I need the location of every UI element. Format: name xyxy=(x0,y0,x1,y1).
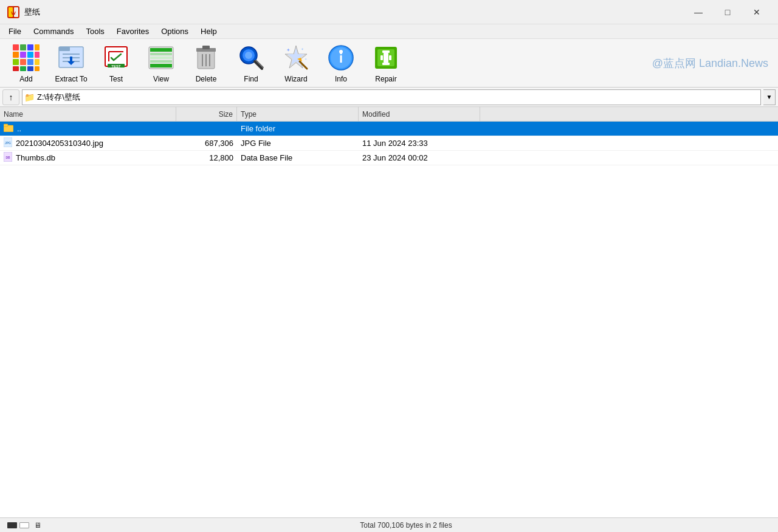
file-type-icon xyxy=(4,123,13,134)
close-button[interactable]: ✕ xyxy=(743,3,771,21)
address-input[interactable] xyxy=(22,89,761,105)
column-modified-header[interactable]: Modified xyxy=(359,107,480,121)
up-directory-button[interactable]: ↑ xyxy=(2,89,19,105)
svg-rect-63 xyxy=(384,53,388,63)
file-name-cell: .. xyxy=(0,122,176,136)
column-headers: Name Size Type Modified xyxy=(0,107,778,122)
address-dropdown-button[interactable]: ▼ xyxy=(763,89,776,105)
table-row[interactable]: DB Thumbs.db 12,800 Data Base File 23 Ju… xyxy=(0,151,778,165)
find-button[interactable]: Find xyxy=(230,42,272,85)
svg-rect-21 xyxy=(59,47,70,51)
status-icon-3: 🖥 xyxy=(34,521,41,530)
info-icon: i xyxy=(326,43,356,72)
svg-rect-6 xyxy=(27,44,33,50)
minimize-button[interactable]: — xyxy=(684,3,712,21)
menu-tools[interactable]: Tools xyxy=(80,26,110,37)
status-left: 🖥 xyxy=(7,521,41,530)
svg-rect-13 xyxy=(20,59,26,65)
svg-rect-15 xyxy=(35,59,40,65)
menu-help[interactable]: Help xyxy=(194,26,223,37)
table-row[interactable]: JPG 20210304205310340.jpg 687,306 JPG Fi… xyxy=(0,136,778,151)
address-input-wrapper: 📁 xyxy=(22,89,761,105)
app-icon: W xyxy=(7,6,19,18)
svg-rect-14 xyxy=(27,59,33,65)
title-bar: W 壁纸 — □ ✕ xyxy=(0,0,778,24)
svg-rect-16 xyxy=(13,66,19,71)
status-square-1 xyxy=(7,522,17,528)
delete-label: Delete xyxy=(196,75,217,83)
folder-icon: 📁 xyxy=(24,92,35,102)
menu-favorites[interactable]: Favorites xyxy=(111,26,155,37)
column-name-header[interactable]: Name xyxy=(0,107,176,121)
svg-rect-5 xyxy=(20,44,26,50)
svg-rect-40 xyxy=(202,46,210,49)
svg-rect-19 xyxy=(35,66,40,71)
svg-rect-8 xyxy=(13,52,19,58)
svg-rect-4 xyxy=(13,44,19,50)
svg-rect-17 xyxy=(20,66,26,71)
maximize-button[interactable]: □ xyxy=(714,3,742,21)
toolbar: Add Extract To TEST xyxy=(0,39,778,88)
status-bar: 🖥 Total 700,106 bytes in 2 files xyxy=(0,517,778,532)
test-button[interactable]: TEST Test xyxy=(95,42,137,85)
repair-button[interactable]: Repair xyxy=(365,42,407,85)
view-icon xyxy=(146,43,176,72)
svg-rect-36 xyxy=(150,60,172,63)
svg-rect-11 xyxy=(35,52,40,58)
file-modified-cell xyxy=(359,122,480,136)
svg-point-59 xyxy=(339,50,343,54)
info-button[interactable]: i Info xyxy=(320,42,362,85)
svg-rect-7 xyxy=(35,44,40,50)
repair-label: Repair xyxy=(375,75,396,83)
delete-icon xyxy=(191,43,221,72)
file-type-cell: Data Base File xyxy=(237,151,359,165)
menu-commands[interactable]: Commands xyxy=(27,26,80,37)
column-size-header[interactable]: Size xyxy=(176,107,237,121)
svg-text:TEST: TEST xyxy=(111,64,121,68)
brand-watermark: @蓝点网 Landian.News xyxy=(652,56,768,71)
file-modified-cell: 11 Jun 2024 23:33 xyxy=(359,136,480,150)
title-bar-left: W 壁纸 xyxy=(7,6,40,18)
svg-rect-62 xyxy=(382,50,390,53)
svg-text:DB: DB xyxy=(5,156,10,159)
menu-bar: File Commands Tools Favorites Options He… xyxy=(0,24,778,39)
svg-text:JPG: JPG xyxy=(5,141,11,145)
find-label: Find xyxy=(244,75,258,83)
file-name-cell: JPG 20210304205310340.jpg xyxy=(0,136,176,150)
file-name-cell: DB Thumbs.db xyxy=(0,151,176,165)
window-title: 壁纸 xyxy=(24,7,40,18)
menu-options[interactable]: Options xyxy=(155,26,194,37)
menu-file[interactable]: File xyxy=(2,26,27,37)
find-icon xyxy=(236,43,266,72)
file-type-cell: File folder xyxy=(237,122,359,136)
svg-rect-9 xyxy=(20,52,26,58)
svg-rect-34 xyxy=(150,53,172,55)
extract-to-button[interactable]: Extract To xyxy=(50,42,92,85)
wizard-button[interactable]: ✦ ✦ ✦ Wizard xyxy=(275,42,317,85)
test-label: Test xyxy=(109,75,123,83)
table-row[interactable]: .. File folder xyxy=(0,122,778,136)
title-bar-controls: — □ ✕ xyxy=(684,3,771,21)
svg-rect-35 xyxy=(150,57,172,59)
extract-to-label: Extract To xyxy=(55,75,87,83)
svg-rect-66 xyxy=(389,55,391,60)
svg-text:✦: ✦ xyxy=(305,57,307,61)
add-button[interactable]: Add xyxy=(5,42,47,85)
file-type-icon: DB xyxy=(4,152,12,164)
delete-button[interactable]: Delete xyxy=(185,42,227,85)
test-icon: TEST xyxy=(102,43,131,72)
file-size-cell: 12,800 xyxy=(176,151,237,165)
column-type-header[interactable]: Type xyxy=(237,107,359,121)
svg-rect-26 xyxy=(70,57,72,63)
repair-icon xyxy=(371,43,401,72)
svg-rect-12 xyxy=(13,59,19,65)
file-type-icon: JPG xyxy=(4,137,12,149)
view-button[interactable]: View xyxy=(140,42,182,85)
status-text: Total 700,106 bytes in 2 files xyxy=(360,521,452,530)
wizard-label: Wizard xyxy=(284,75,307,83)
file-modified-cell: 23 Jun 2024 00:02 xyxy=(359,151,480,165)
file-size-cell: 687,306 xyxy=(176,136,237,150)
wizard-icon: ✦ ✦ ✦ xyxy=(281,43,311,72)
add-label: Add xyxy=(19,75,32,83)
info-label: Info xyxy=(335,75,347,83)
